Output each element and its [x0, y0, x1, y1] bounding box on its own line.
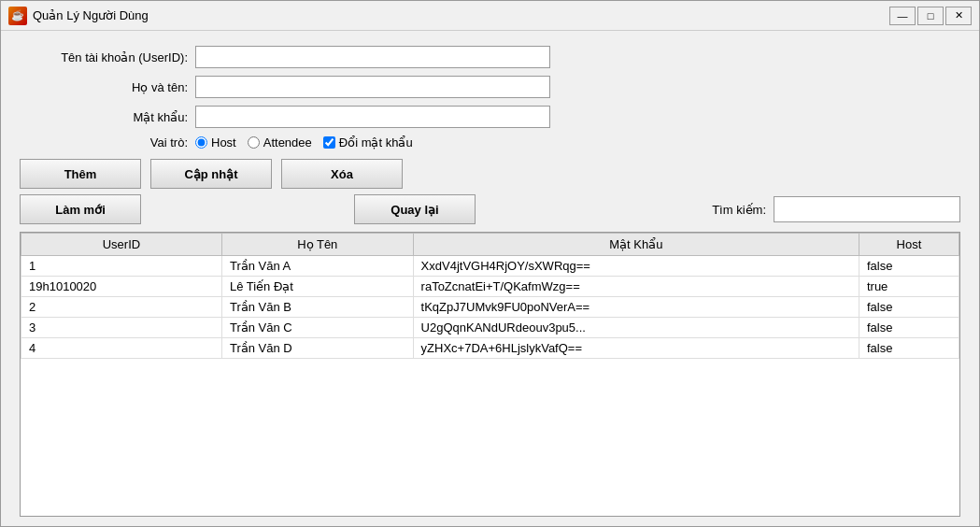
table-header-row: UserID Họ Tên Mật Khẩu Host [21, 234, 959, 256]
role-row: Vai trò: Host Attendee Đổi mật khẩu [20, 135, 960, 150]
cell-fullname: Trần Văn C [221, 318, 413, 338]
action-buttons-row: Thêm Cập nhật Xóa [20, 159, 960, 189]
userid-row: Tên tài khoản (UserID): [20, 46, 960, 68]
userid-input[interactable] [195, 46, 550, 68]
attendee-radio-label: Attendee [263, 135, 312, 150]
secondary-buttons-row: Làm mới Quay lại Tìm kiếm: [20, 194, 960, 224]
attendee-radio[interactable] [248, 136, 260, 149]
password-input[interactable] [195, 106, 550, 128]
table-row[interactable]: 3Trần Văn CU2gQqnKANdURdeouv3pu5...false [21, 318, 959, 338]
data-table-container: UserID Họ Tên Mật Khẩu Host 1Trần Văn AX… [20, 232, 960, 517]
reset-button[interactable]: Làm mới [20, 194, 141, 224]
role-group: Host Attendee Đổi mật khẩu [195, 135, 413, 150]
main-window: ☕ Quản Lý Người Dùng — □ ✕ Tên tài khoản… [0, 0, 980, 527]
delete-button[interactable]: Xóa [281, 159, 403, 189]
host-radio-label: Host [211, 135, 236, 150]
cell-password: U2gQqnKANdURdeouv3pu5... [413, 318, 859, 338]
add-button[interactable]: Thêm [20, 159, 141, 189]
cell-fullname: Trần Văn A [221, 256, 413, 277]
role-label: Vai trò: [20, 135, 188, 150]
title-bar-left: ☕ Quản Lý Người Dùng [8, 7, 149, 25]
cell-host: false [859, 338, 959, 359]
data-table: UserID Họ Tên Mật Khẩu Host 1Trần Văn AX… [21, 233, 959, 359]
fullname-input[interactable] [195, 76, 550, 98]
cell-host: false [859, 318, 959, 338]
cell-fullname: Trần Văn B [221, 297, 413, 318]
cell-host: false [859, 256, 959, 277]
search-label: Tìm kiếm: [712, 203, 766, 217]
host-radio-item[interactable]: Host [195, 135, 236, 150]
password-row: Mật khẩu: [20, 106, 960, 128]
cell-fullname: Trần Văn D [221, 338, 413, 359]
cell-host: true [859, 277, 959, 297]
table-row[interactable]: 2Trần Văn BtKqZpJ7UMvk9FU0poNVerA==false [21, 297, 959, 318]
back-button[interactable]: Quay lại [354, 194, 476, 224]
cell-fullname: Lê Tiến Đạt [221, 277, 413, 297]
window-controls: — □ ✕ [889, 7, 972, 25]
update-button[interactable]: Cập nhật [150, 159, 272, 189]
col-header-userid: UserID [21, 234, 222, 256]
cell-password: yZHXc+7DA+6HLjslykVafQ== [413, 338, 859, 359]
title-bar: ☕ Quản Lý Người Dùng — □ ✕ [1, 1, 979, 31]
cell-host: false [859, 297, 959, 318]
userid-label: Tên tài khoản (UserID): [20, 50, 188, 64]
host-radio[interactable] [195, 136, 207, 149]
table-row[interactable]: 4Trần Văn DyZHXc+7DA+6HLjslykVafQ==false [21, 338, 959, 359]
cell-userid: 3 [21, 318, 222, 338]
change-password-label: Đổi mật khẩu [339, 135, 413, 150]
close-button[interactable]: ✕ [945, 7, 972, 25]
left-buttons: Làm mới [20, 194, 141, 224]
app-icon: ☕ [8, 7, 27, 25]
cell-password: tKqZpJ7UMvk9FU0poNVerA== [413, 297, 859, 318]
attendee-radio-item[interactable]: Attendee [248, 135, 312, 150]
cell-userid: 1 [21, 256, 222, 277]
cell-userid: 2 [21, 297, 222, 318]
cell-password: XxdV4jtVGH4RjOY/sXWRqg== [413, 256, 859, 277]
col-header-password: Mật Khẩu [413, 234, 859, 256]
search-input[interactable] [774, 196, 960, 222]
fullname-label: Họ và tên: [20, 80, 188, 94]
table-row[interactable]: 19h1010020Lê Tiến ĐạtraToZcnatEi+T/QKafm… [21, 277, 959, 297]
form-section: Tên tài khoản (UserID): Họ và tên: Mật k… [20, 46, 960, 150]
maximize-button[interactable]: □ [917, 7, 944, 25]
cell-password: raToZcnatEi+T/QKafmWzg== [413, 277, 859, 297]
content-area: Tên tài khoản (UserID): Họ và tên: Mật k… [1, 31, 979, 526]
table-row[interactable]: 1Trần Văn AXxdV4jtVGH4RjOY/sXWRqg==false [21, 256, 959, 277]
change-password-checkbox-item[interactable]: Đổi mật khẩu [323, 135, 413, 150]
password-label: Mật khẩu: [20, 110, 188, 124]
minimize-button[interactable]: — [889, 7, 916, 25]
col-header-fullname: Họ Tên [221, 234, 413, 256]
col-header-host: Host [859, 234, 959, 256]
window-title: Quản Lý Người Dùng [33, 8, 149, 22]
cell-userid: 4 [21, 338, 222, 359]
cell-userid: 19h1010020 [21, 277, 222, 297]
change-password-checkbox[interactable] [323, 136, 335, 149]
search-area: Tìm kiếm: [712, 196, 960, 222]
fullname-row: Họ và tên: [20, 76, 960, 98]
